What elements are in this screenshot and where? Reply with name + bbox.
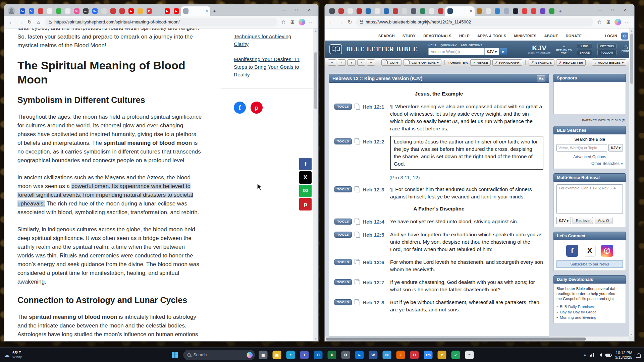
scrollbar-thumb[interactable] [630,34,633,84]
browser-tab[interactable] [54,6,63,16]
share-facebook-button[interactable]: f [299,158,312,170]
tab-close-icon[interactable]: ✕ [205,9,208,13]
address-bar[interactable]: https://www.blueletterbible.org/kjv/heb/… [356,18,593,26]
browser-tab-active[interactable]: ✕ [181,6,210,16]
mvr-advanced-button[interactable]: Adv. O [595,217,612,224]
site-settings-gear-icon[interactable]: ⚙ [621,33,628,40]
copilot-icon[interactable] [614,19,621,25]
tools-button[interactable]: TOOLS [334,259,352,265]
taskbar-icon-antivirus[interactable]: ✓ [450,349,462,361]
scroll-up-icon[interactable]: ▲ [631,28,633,33]
browser-tab[interactable]: E [145,6,154,16]
verse-nav-arrow[interactable]: ▼ [347,59,356,66]
browser-tab[interactable] [484,6,493,16]
taskbar-icon-edge[interactable]: e [285,349,297,361]
close-button[interactable]: ✕ [619,4,632,15]
tools-button[interactable]: TOOLS [334,279,352,285]
verse-reference-link[interactable]: Heb 12:3 [363,186,390,193]
browser-tab[interactable]: Jo [18,6,27,16]
maximize-button[interactable]: □ [290,4,303,15]
verse-nav-arrow[interactable]: « [328,59,336,66]
browser-tab[interactable]: Sc [90,6,99,16]
share-pinterest-button[interactable]: p [299,198,312,210]
notification-bell-icon[interactable] [637,353,641,357]
share-x-twitter-button[interactable]: X [299,171,312,184]
version-select[interactable]: KJV▾ [485,48,499,55]
tools-button[interactable]: TOOLS [334,138,352,144]
scroll-down-icon[interactable]: ▼ [315,337,317,341]
nav-item-help[interactable]: HELP [459,34,470,38]
browser-tab[interactable] [538,6,547,16]
taskbar-icon-store[interactable]: ▸ [354,349,365,361]
facebook-icon[interactable]: f [234,102,246,114]
browser-tab[interactable] [327,6,336,16]
partner-link[interactable]: PARTNER WITH THE BLB (D [553,119,625,122]
copy-verse-icon[interactable] [356,301,360,305]
instagram-icon[interactable] [601,245,613,257]
subscribe-newsletter-button[interactable]: Subscribe to our News [556,260,623,268]
favorites-icon[interactable]: ☆ [596,19,602,25]
nav-item-donate[interactable]: DONATE [566,34,582,38]
address-bar[interactable]: https://spiritualityshepherd.com/spiritu… [45,18,277,26]
browser-tab[interactable] [382,6,391,16]
devotional-link[interactable]: Morning and Evening [560,315,596,320]
multi-verse-textarea[interactable]: For example: Gen 1:1-15; Rev 3; 4 [556,184,623,214]
taskbar-icon-downloads[interactable]: ▼ [436,349,448,361]
taskbar-icon-notepad[interactable]: ≡ [464,349,475,361]
browser-tab[interactable]: ▶ [172,6,181,16]
browser-tab[interactable] [345,6,355,16]
facebook-icon[interactable]: f [566,245,578,257]
minimize-button[interactable]: — [593,4,606,15]
browser-tab[interactable] [136,6,145,16]
verse-search-input[interactable] [428,48,485,55]
battery-icon[interactable] [605,354,611,357]
minimize-button[interactable]: — [277,4,290,15]
related-article-link[interactable]: Manifesting Your Desires: 11 Steps to Br… [234,55,306,78]
sidebar-search-input[interactable] [556,144,607,152]
taskbar-icon-file-explorer[interactable]: ▣ [271,349,283,361]
advanced-options-link[interactable]: Advanced Options [556,155,623,159]
retrieve-button[interactable]: Retrieve [573,217,593,224]
reload-icon[interactable]: ↻ [347,19,353,25]
verse-reference-link[interactable]: Heb 12:5 [363,231,390,239]
browser-tab[interactable]: ▶ [163,6,172,16]
copy-verse-icon[interactable] [356,188,360,192]
nav-item-about[interactable]: ABOUT [544,34,558,38]
font-size-button[interactable]: Aa [537,75,545,81]
horizontal-scrollbar[interactable] [325,337,629,341]
return-to-top-button[interactable]: ▲ RETURN TO TOP [556,44,572,55]
browser-tab[interactable] [45,6,54,16]
taskbar-icon-outlook[interactable]: O [313,349,324,361]
browser-tab[interactable] [336,6,345,16]
browser-tab[interactable] [475,6,484,16]
blb-logo-book-icon[interactable] [329,44,342,54]
nav-item-study[interactable]: STUDY [402,34,416,38]
browser-tab[interactable] [373,6,382,16]
taskbar-icon-excel[interactable]: X [326,349,338,361]
share-button[interactable]: SHARE [577,50,592,55]
browser-tab[interactable] [418,6,427,16]
split-screen-icon[interactable]: ⊞ [605,19,611,25]
header-link-adv-options[interactable]: ADV. OPTIONS [461,44,482,47]
taskbar-icon-settings[interactable]: ⚙ [340,349,352,361]
browser-tab[interactable] [502,6,511,16]
x-twitter-icon[interactable]: X [584,245,596,257]
browser-tab[interactable]: ne [81,6,90,16]
related-article-link[interactable]: Techniques for Achieving Clarity [234,33,306,48]
login-link[interactable]: LOGIN [605,34,617,38]
share-email-button[interactable]: ✉ [299,185,312,197]
browser-tab[interactable]: Sh [72,6,81,16]
version-change-button[interactable]: KJV CLICK TO CHANGE [528,44,551,55]
vertical-scrollbar[interactable]: ▲ ▼ [313,28,318,341]
header-link-help[interactable]: HELP [428,44,436,47]
browser-tab[interactable] [427,6,436,16]
settings-more-icon[interactable]: ⋯ [308,19,314,25]
copy-verse-icon[interactable] [356,220,360,225]
browser-tab[interactable] [108,6,117,16]
scrollbar-thumb[interactable] [326,338,586,341]
browser-tab[interactable]: ▶ [126,6,136,16]
settings-more-icon[interactable]: ⋯ [624,19,630,25]
copy-button[interactable]: COPY [381,59,401,66]
vertical-scrollbar[interactable]: ▲ ▼ [629,28,634,337]
browser-tab[interactable] [355,6,364,16]
